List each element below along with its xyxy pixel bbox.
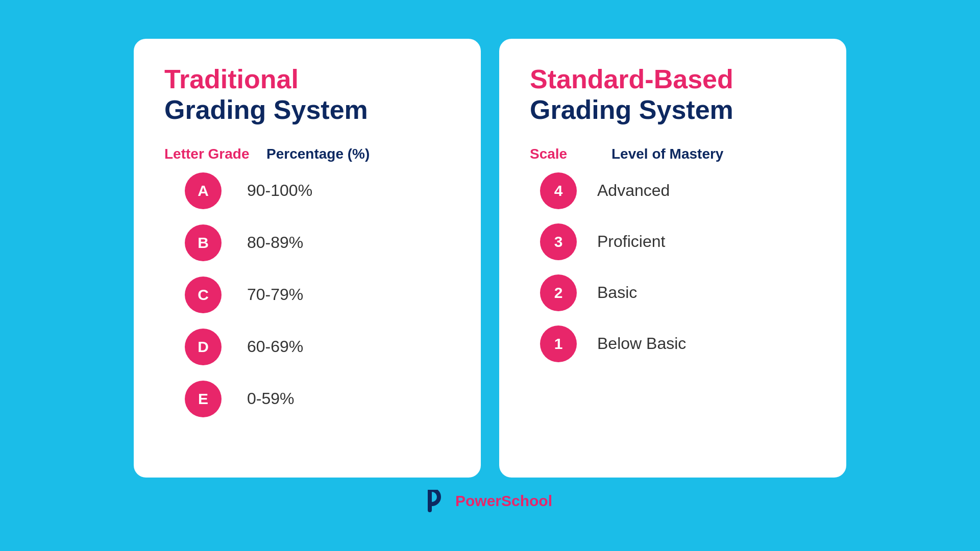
standard-title-dark: Grading System [530, 95, 816, 126]
grade-circle: C [185, 277, 222, 313]
table-row: E 0-59% [164, 381, 450, 417]
table-row: D 60-69% [164, 329, 450, 365]
list-item: 1 Below Basic [530, 325, 816, 362]
percentage-header: Percentage (%) [266, 146, 370, 162]
table-row: B 80-89% [164, 224, 450, 261]
standard-based-grading-card: Standard-Based Grading System Scale Leve… [499, 39, 846, 478]
powerschool-text: PowerSchool [455, 492, 552, 510]
grade-circle: D [185, 329, 222, 365]
table-row: C 70-79% [164, 277, 450, 313]
table-row: A 90-100% [164, 172, 450, 209]
mastery-label: Advanced [597, 181, 670, 200]
list-item: 3 Proficient [530, 223, 816, 260]
traditional-grading-card: Traditional Grading System Letter Grade … [134, 39, 481, 478]
standard-column-headers: Scale Level of Mastery [530, 146, 816, 162]
traditional-card-header: Traditional Grading System [164, 64, 450, 126]
list-item: 2 Basic [530, 274, 816, 311]
grade-rows: A 90-100% B 80-89% C 70-79% D 60-69% E 0… [164, 172, 450, 417]
standard-title-pink: Standard-Based [530, 64, 816, 95]
mastery-label: Below Basic [597, 334, 686, 353]
grade-range: 60-69% [247, 337, 303, 356]
traditional-title-dark: Grading System [164, 95, 450, 126]
grade-range: 90-100% [247, 181, 312, 200]
scale-circle: 4 [540, 172, 577, 209]
letter-grade-header: Letter Grade [164, 146, 266, 162]
powerschool-logo: PowerSchool [428, 490, 552, 512]
grade-range: 70-79% [247, 285, 303, 304]
mastery-label: Basic [597, 283, 637, 302]
scale-circle: 2 [540, 274, 577, 311]
grade-circle: A [185, 172, 222, 209]
mastery-header: Level of Mastery [611, 146, 723, 162]
grade-circle: B [185, 224, 222, 261]
traditional-title-pink: Traditional [164, 64, 450, 95]
scale-header: Scale [530, 146, 611, 162]
mastery-label: Proficient [597, 232, 665, 251]
traditional-column-headers: Letter Grade Percentage (%) [164, 146, 450, 162]
cards-container: Traditional Grading System Letter Grade … [134, 39, 846, 478]
scale-circle: 1 [540, 325, 577, 362]
ps-highlight: P [455, 492, 465, 509]
powerschool-icon [428, 490, 450, 512]
footer: PowerSchool [428, 490, 552, 512]
list-item: 4 Advanced [530, 172, 816, 209]
grade-range: 0-59% [247, 389, 295, 408]
standard-card-header: Standard-Based Grading System [530, 64, 816, 126]
grade-range: 80-89% [247, 233, 303, 252]
grade-circle: E [185, 381, 222, 417]
scale-circle: 3 [540, 223, 577, 260]
scale-rows: 4 Advanced 3 Proficient 2 Basic 1 Below … [530, 172, 816, 362]
